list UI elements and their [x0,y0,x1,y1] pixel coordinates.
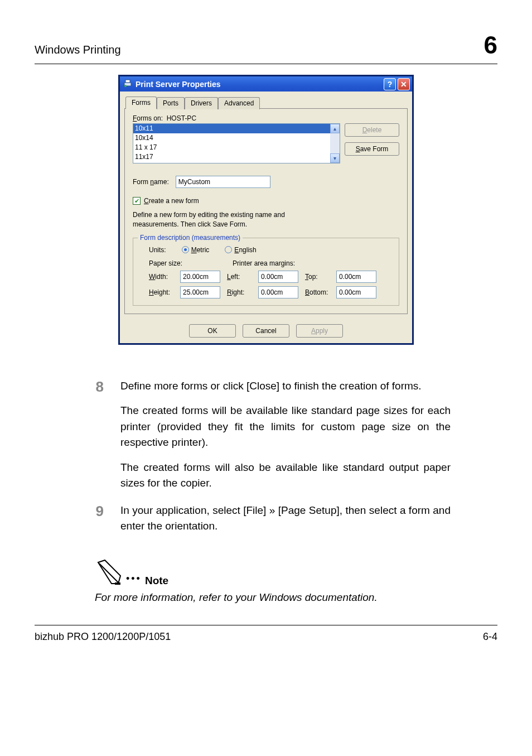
step-number-9: 9 [90,503,104,535]
width-label: Width: [149,273,176,281]
bottom-label: Bottom: [305,288,332,296]
dialog-button-row: OK Cancel Apply [120,320,412,343]
tab-ports[interactable]: Ports [157,97,185,109]
step9-para1: In your application, select [File] » [Pa… [120,503,451,535]
list-item[interactable]: 10x11 [133,124,330,133]
step8-para3: The created forms will also be available… [120,460,451,492]
dialog-title: Print Server Properties [136,80,382,89]
units-english-radio[interactable]: English [225,246,256,254]
cancel-button[interactable]: Cancel [243,324,289,338]
titlebar: Print Server Properties ? ✕ [118,75,414,92]
step-number-8: 8 [90,378,104,492]
units-label: Units: [149,246,166,254]
svg-rect-1 [125,80,130,83]
top-input[interactable]: 0.00cm [336,271,376,283]
save-form-button[interactable]: Save Form [345,142,399,156]
units-metric-radio[interactable]: Metric [182,246,210,254]
list-item[interactable]: 11 x 17 [133,143,330,152]
printer-icon [123,79,132,89]
form-name-label: Form name: [133,178,169,186]
note-heading-row: ••• Note [95,559,497,587]
print-server-properties-dialog: Print Server Properties ? ✕ Forms Ports … [118,76,414,345]
svg-point-2 [124,85,127,87]
close-button[interactable]: ✕ [398,78,410,90]
tab-forms[interactable]: Forms [125,97,157,109]
note-dots-icon: ••• [126,573,142,585]
define-description: Define a new form by editing the existin… [133,210,399,230]
tab-advanced[interactable]: Advanced [218,97,260,109]
bottom-input[interactable]: 0.00cm [336,286,376,298]
scroll-thumb[interactable] [330,133,340,153]
help-button[interactable]: ? [384,78,396,90]
running-header: Windows Printing [35,44,121,56]
height-input[interactable]: 25.00cm [180,286,220,298]
list-item[interactable]: 11x17 [133,152,330,162]
ok-button[interactable]: OK [189,324,236,338]
footer-page: 6-4 [483,631,497,643]
printer-margins-label: Printer area margins: [233,259,295,267]
step8-para1: Define more forms or click [Close] to fi… [120,378,451,394]
delete-button[interactable]: Delete [345,123,399,137]
scrollbar[interactable]: ▴ ▾ [330,124,340,163]
left-label: Left: [227,273,254,281]
top-label: Top: [305,273,332,281]
right-input[interactable]: 0.00cm [258,286,298,298]
divider [35,64,497,64]
form-name-input[interactable]: MyCustom [176,176,270,188]
width-input[interactable]: 20.00cm [180,271,220,283]
fieldset-legend: Form description (measurements) [138,234,243,242]
height-label: Height: [149,288,176,296]
apply-button[interactable]: Apply [296,324,343,338]
forms-on-label: Forms on: HOST-PC [133,114,399,122]
divider [35,625,497,625]
left-input[interactable]: 0.00cm [258,271,298,283]
tab-bar: Forms Ports Drivers Advanced [125,96,412,108]
right-label: Right: [227,288,254,296]
tab-drivers[interactable]: Drivers [185,97,218,109]
list-item[interactable]: 10x14 [133,133,330,143]
pen-icon [95,559,123,587]
note-text: For more information, refer to your Wind… [95,591,497,604]
footer-product: bizhub PRO 1200/1200P/1051 [35,631,171,643]
create-new-form-label: Create a new form [144,197,199,205]
chapter-number: 6 [484,31,497,59]
scroll-up-icon[interactable]: ▴ [330,124,340,133]
forms-tab-panel: Forms on: HOST-PC 10x11 10x14 11 x 17 11… [124,108,408,314]
create-new-form-checkbox[interactable]: ✔ [133,197,141,205]
scroll-down-icon[interactable]: ▾ [330,153,340,163]
form-description-fieldset: Form description (measurements) Units: M… [133,238,399,306]
paper-size-label: Paper size: [149,259,233,267]
step8-para2: The created forms will be available like… [120,403,451,451]
forms-listbox[interactable]: 10x11 10x14 11 x 17 11x17 ▴ ▾ [133,123,340,163]
note-label: Note [145,575,168,587]
